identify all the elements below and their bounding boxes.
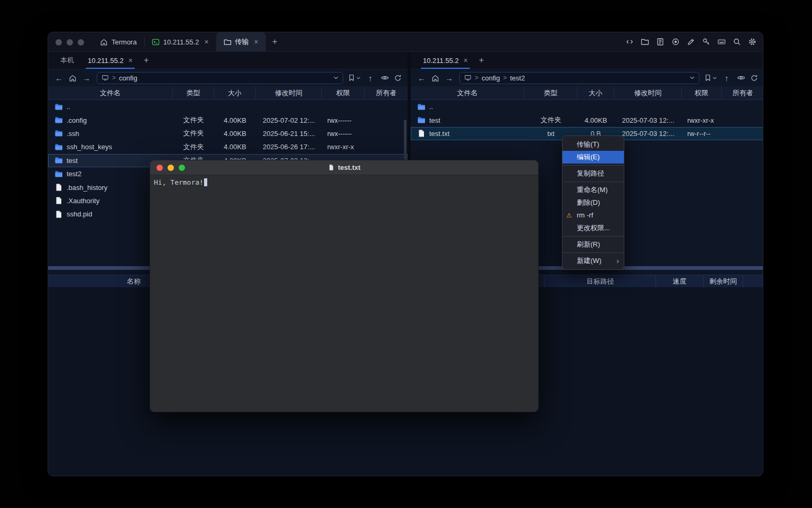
column-header-perm[interactable]: 权限 (322, 86, 365, 99)
right-tab-remote[interactable]: 10.211.55.2 × (416, 52, 475, 69)
parent-directory-button[interactable]: ↑ (721, 72, 732, 84)
left-tab-remote[interactable]: 10.211.55.2 × (81, 52, 140, 69)
back-button[interactable]: ← (416, 72, 427, 84)
column-header-name[interactable]: 文件名 (48, 86, 173, 99)
settings-gear-icon[interactable] (748, 38, 756, 47)
column-header-type[interactable]: 类型 (524, 86, 577, 99)
file-perm: rwx------ (322, 130, 365, 138)
path-separator: > (475, 74, 478, 81)
menu-item-delete[interactable]: 删除(D) (562, 196, 624, 209)
refresh-icon[interactable] (750, 74, 759, 83)
column-header-mtime[interactable]: 修改时间 (614, 86, 682, 99)
menu-item-transfer[interactable]: 传输(T) (562, 138, 624, 151)
folder-icon (54, 143, 63, 151)
menu-item-refresh[interactable]: 刷新(R) (562, 238, 624, 251)
minimize-window-button[interactable] (67, 39, 73, 46)
path-bar[interactable]: > config (97, 72, 343, 84)
path-segment[interactable]: config (119, 74, 137, 82)
path-bar[interactable]: > config > test2 (459, 72, 699, 84)
computer-icon (102, 74, 109, 81)
close-icon[interactable]: × (204, 38, 208, 46)
bookmark-button[interactable] (348, 74, 361, 81)
forward-button[interactable]: → (81, 72, 92, 84)
menu-item-chmod[interactable]: 更改权限... (562, 222, 624, 234)
macro-record-icon[interactable] (671, 38, 680, 47)
menu-item-new[interactable]: 新建(W)› (562, 255, 624, 267)
search-icon[interactable] (732, 38, 741, 47)
terminal-icon (152, 38, 160, 46)
transfer-column-eta[interactable]: 剩余时间 (704, 275, 743, 287)
table-row[interactable]: .ssh 文件夹 4.00KB 2025-06-21 15:... rwx---… (48, 127, 408, 140)
menu-item-copy-path[interactable]: 复制路径 (562, 167, 624, 180)
left-tab-local[interactable]: 本机 (53, 52, 81, 69)
table-row[interactable]: ssh_host_keys 文件夹 4.00KB 2025-06-26 17:.… (48, 140, 408, 153)
code-snippets-icon[interactable] (625, 38, 634, 47)
folder-icon (54, 103, 63, 111)
editor-text: Hi, Termora! (154, 178, 204, 186)
menu-separator (563, 165, 623, 166)
editor-text-area[interactable]: Hi, Termora! (150, 175, 538, 412)
log-icon[interactable] (656, 38, 665, 47)
menu-item-rm-rf[interactable]: ⚠rm -rf (562, 209, 624, 222)
column-header-name[interactable]: 文件名 (411, 86, 524, 99)
tab-ssh-session[interactable]: 10.211.55.2 × (144, 32, 216, 51)
close-icon[interactable]: × (254, 38, 259, 46)
column-header-type[interactable]: 类型 (173, 86, 214, 99)
column-header-mtime[interactable]: 修改时间 (256, 86, 322, 99)
menu-item-edit[interactable]: 编辑(E) (562, 151, 624, 164)
chevron-down-icon (356, 77, 361, 79)
show-hidden-eye-icon[interactable] (736, 74, 745, 83)
path-segment[interactable]: test2 (510, 74, 525, 82)
toolbar (625, 32, 756, 51)
editor-titlebar[interactable]: test.txt (150, 160, 538, 175)
tab-termora-home[interactable]: Termora (93, 32, 144, 51)
chevron-down-icon[interactable] (690, 76, 695, 79)
column-header-perm[interactable]: 权限 (682, 86, 722, 99)
path-segment[interactable]: config (482, 74, 500, 82)
tab-transfer[interactable]: 传输 × (216, 32, 266, 51)
maximize-window-button[interactable] (78, 39, 84, 46)
column-header-owner[interactable]: 所有者 (365, 86, 408, 99)
home-button[interactable] (430, 72, 441, 84)
file-size: 4.00KB (214, 116, 256, 124)
close-window-button[interactable] (56, 39, 62, 46)
menu-item-rename[interactable]: 重命名(M) (562, 184, 624, 196)
parent-directory-button[interactable]: ↑ (365, 72, 376, 84)
key-icon[interactable] (702, 38, 710, 47)
table-row[interactable]: .config 文件夹 4.00KB 2025-07-02 12:... rwx… (48, 113, 408, 126)
file-type: 文件夹 (173, 142, 214, 152)
left-nav-actions: ↑ (348, 72, 402, 84)
left-panel-tabs: 本机 10.211.55.2 × + (48, 52, 408, 69)
transfer-column-speed[interactable]: 速度 (656, 275, 704, 287)
chevron-down-icon[interactable] (334, 76, 338, 79)
file-icon (54, 183, 63, 192)
close-icon[interactable]: × (128, 57, 133, 64)
sftp-folder-icon[interactable] (640, 38, 649, 47)
keyboard-icon[interactable] (717, 38, 726, 47)
transfer-column-target[interactable]: 目标路径 (545, 275, 656, 287)
file-mtime: 2025-07-03 12:... (614, 130, 682, 138)
refresh-icon[interactable] (393, 74, 402, 83)
minimize-window-button[interactable] (168, 165, 174, 171)
column-header-size[interactable]: 大小 (577, 86, 614, 99)
table-row[interactable]: .. (411, 100, 763, 113)
back-button[interactable]: ← (53, 72, 64, 84)
close-window-button[interactable] (156, 165, 163, 171)
forward-button[interactable]: → (444, 72, 455, 84)
bookmark-button[interactable] (704, 74, 717, 81)
left-add-tab-button[interactable]: + (140, 56, 153, 65)
maximize-window-button[interactable] (179, 165, 185, 171)
file-name: .ssh (48, 129, 173, 138)
close-icon[interactable]: × (464, 57, 468, 64)
column-header-owner[interactable]: 所有者 (722, 86, 763, 99)
home-button[interactable] (67, 72, 78, 84)
column-header-size[interactable]: 大小 (214, 86, 256, 99)
show-hidden-eye-icon[interactable] (380, 74, 389, 83)
file-name: test.txt (411, 129, 524, 138)
folder-icon (54, 170, 63, 178)
new-tab-button[interactable]: + (266, 32, 284, 51)
table-row[interactable]: test 文件夹 4.00KB 2025-07-03 12:... rwxr-x… (411, 113, 763, 126)
edit-pencil-icon[interactable] (686, 38, 695, 47)
table-row[interactable]: .. (48, 100, 408, 113)
right-add-tab-button[interactable]: + (475, 56, 488, 65)
